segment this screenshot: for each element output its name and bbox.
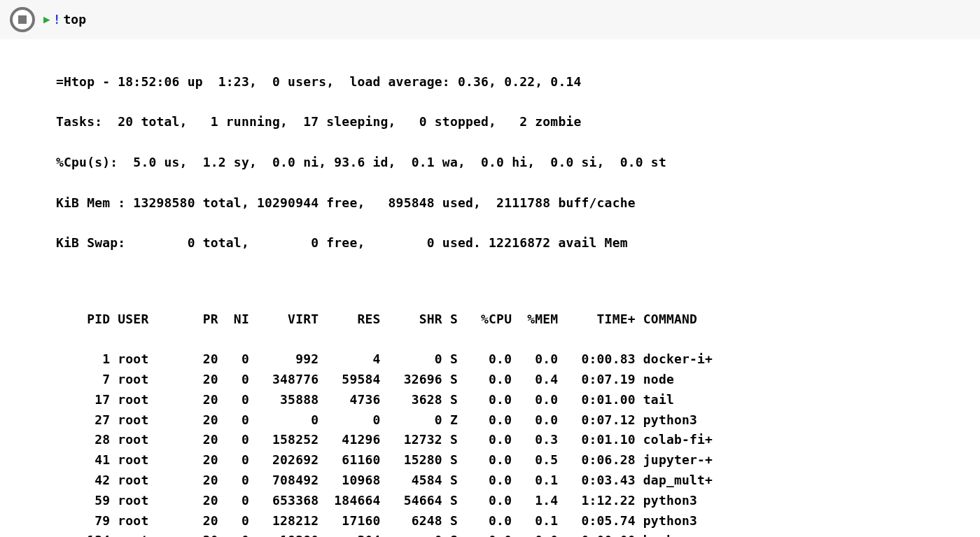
process-table: PID USER PR NI VIRT RES SHR S %CPU %MEM …	[56, 289, 980, 537]
shell-command: top	[63, 10, 86, 30]
process-row: 27 root 20 0 0 0 0 Z 0.0 0.0 0:07.12 pyt…	[56, 410, 980, 431]
process-row: 79 root 20 0 128212 17160 6248 S 0.0 0.1…	[56, 511, 980, 531]
process-row: 17 root 20 0 35888 4736 3628 S 0.0 0.0 0…	[56, 390, 980, 410]
process-row: 1 root 20 0 992 4 0 S 0.0 0.0 0:00.83 do…	[56, 349, 980, 370]
shell-bang: !	[53, 10, 61, 30]
top-summary-uptime: =Htop - 18:52:06 up 1:23, 0 users, load …	[56, 72, 980, 92]
top-summary-tasks: Tasks: 20 total, 1 running, 17 sleeping,…	[56, 112, 980, 132]
input-prompt[interactable]: ▶ !top	[43, 10, 86, 30]
cell-output: =Htop - 18:52:06 up 1:23, 0 users, load …	[0, 39, 980, 537]
process-row: 7 root 20 0 348776 59584 32696 S 0.0 0.4…	[56, 370, 980, 390]
process-row: 134 root 20 0 18380 304 0 S 0.0 0.0 0:00…	[56, 531, 980, 537]
process-row: 28 root 20 0 158252 41296 12732 S 0.0 0.…	[56, 430, 980, 450]
stop-square-icon	[18, 15, 27, 24]
stop-execution-icon[interactable]	[10, 7, 35, 32]
top-summary-swap: KiB Swap: 0 total, 0 free, 0 used. 12216…	[56, 233, 980, 253]
notebook-cell-input-row: ▶ !top	[0, 0, 980, 39]
process-row: 41 root 20 0 202692 61160 15280 S 0.0 0.…	[56, 450, 980, 470]
process-table-header: PID USER PR NI VIRT RES SHR S %CPU %MEM …	[56, 309, 980, 330]
process-row: 42 root 20 0 708492 10968 4584 S 0.0 0.1…	[56, 470, 980, 491]
top-summary-cpu: %Cpu(s): 5.0 us, 1.2 sy, 0.0 ni, 93.6 id…	[56, 153, 980, 173]
top-summary-mem: KiB Mem : 13298580 total, 10290944 free,…	[56, 193, 980, 214]
process-row: 59 root 20 0 653368 184664 54664 S 0.0 1…	[56, 491, 980, 511]
prompt-caret-icon: ▶	[43, 11, 50, 29]
